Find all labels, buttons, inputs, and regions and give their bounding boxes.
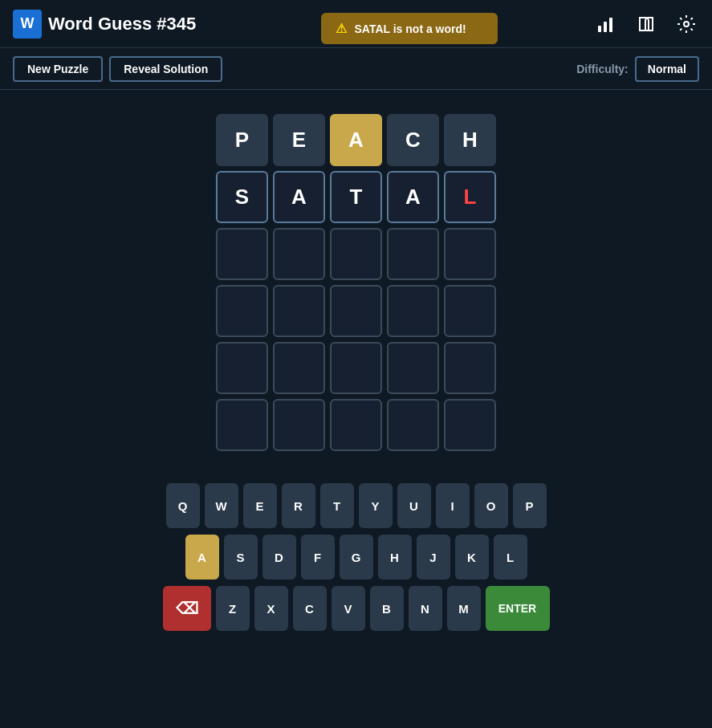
key-j[interactable]: J (417, 535, 450, 580)
key-r[interactable]: R (282, 483, 315, 528)
grid-cell-r3-c2 (330, 285, 382, 337)
grid-cell-r0-c2: A (330, 114, 382, 166)
key-x[interactable]: X (254, 586, 288, 631)
grid-cell-r2-c1 (273, 228, 325, 280)
grid-cell-r3-c4 (444, 285, 496, 337)
key-a[interactable]: A (185, 535, 219, 580)
key-u[interactable]: U (397, 483, 431, 528)
grid-cell-r2-c2 (330, 228, 382, 280)
grid-cell-r4-c1 (273, 342, 325, 394)
grid-cell-r1-c3: A (387, 171, 439, 223)
key-v[interactable]: V (332, 586, 365, 631)
keyboard-row-1: QWERTYUIOP (166, 483, 547, 528)
gear-icon (677, 14, 696, 34)
key-i[interactable]: I (436, 483, 470, 528)
key-h[interactable]: H (378, 535, 412, 580)
keyboard: QWERTYUIOPASDFGHJKL⌫ZXCVBNMEnter (0, 483, 712, 631)
difficulty-label: Difficulty: (576, 63, 629, 75)
stats-icon (596, 14, 616, 34)
grid-cell-r3-c0 (216, 285, 268, 337)
page-title: Word Guess #345 (48, 14, 196, 35)
grid-cell-r5-c0 (216, 399, 268, 451)
grid-cell-r2-c4 (444, 228, 496, 280)
book-icon (637, 14, 656, 34)
key-k[interactable]: K (455, 535, 489, 580)
header: W Word Guess #345 ⚠ SATAL is not a word! (0, 0, 712, 48)
key-o[interactable]: O (474, 483, 508, 528)
grid-cell-r4-c2 (330, 342, 382, 394)
settings-button[interactable] (673, 11, 699, 37)
svg-rect-0 (598, 26, 601, 32)
key-g[interactable]: G (340, 535, 373, 580)
key-f[interactable]: F (301, 535, 335, 580)
grid-cell-r5-c3 (387, 399, 439, 451)
grid-cell-r3-c1 (273, 285, 325, 337)
logo-icon: W (13, 10, 42, 39)
key-l[interactable]: L (494, 535, 527, 580)
reveal-solution-button[interactable]: Reveal Solution (109, 56, 222, 82)
key-m[interactable]: M (447, 586, 481, 631)
grid-cell-r4-c4 (444, 342, 496, 394)
keyboard-row-3: ⌫ZXCVBNMEnter (163, 586, 550, 631)
grid-cell-r5-c1 (273, 399, 325, 451)
backspace-icon: ⌫ (176, 599, 198, 618)
key-n[interactable]: N (409, 586, 442, 631)
book-button[interactable] (633, 11, 659, 37)
key-p[interactable]: P (513, 483, 547, 528)
new-puzzle-button[interactable]: New Puzzle (13, 56, 103, 82)
backspace-button[interactable]: ⌫ (163, 586, 211, 631)
toast-notification: ⚠ SATAL is not a word! (321, 13, 498, 44)
key-c[interactable]: C (293, 586, 327, 631)
svg-rect-2 (609, 18, 612, 32)
grid-cell-r4-c3 (387, 342, 439, 394)
key-z[interactable]: Z (216, 586, 250, 631)
grid-cell-r2-c3 (387, 228, 439, 280)
grid-cell-r4-c0 (216, 342, 268, 394)
grid-cell-r1-c2: T (330, 171, 382, 223)
difficulty-section: Difficulty: Normal (576, 56, 699, 82)
grid-cell-r0-c4: H (444, 114, 496, 166)
grid-cell-r5-c2 (330, 399, 382, 451)
header-icons (593, 11, 699, 37)
toolbar: New Puzzle Reveal Solution Difficulty: N… (0, 48, 712, 90)
svg-point-3 (684, 22, 689, 26)
grid-cell-r1-c0: S (216, 171, 268, 223)
stats-button[interactable] (593, 11, 619, 37)
key-e[interactable]: E (243, 483, 277, 528)
game-area: PEACHSATAL QWERTYUIOPASDFGHJKL⌫ZXCVBNMEn… (0, 90, 712, 647)
key-d[interactable]: D (262, 535, 296, 580)
game-grid: PEACHSATAL (216, 114, 496, 451)
grid-cell-r0-c3: C (387, 114, 439, 166)
grid-cell-r0-c1: E (273, 114, 325, 166)
keyboard-row-2: ASDFGHJKL (185, 535, 527, 580)
grid-cell-r3-c3 (387, 285, 439, 337)
key-t[interactable]: T (320, 483, 354, 528)
logo: W Word Guess #345 (13, 10, 196, 39)
key-w[interactable]: W (205, 483, 238, 528)
difficulty-button[interactable]: Normal (635, 56, 699, 82)
key-s[interactable]: S (224, 535, 258, 580)
grid-cell-r1-c4: L (444, 171, 496, 223)
key-y[interactable]: Y (359, 483, 393, 528)
toast-message: SATAL is not a word! (355, 22, 466, 35)
grid-cell-r5-c4 (444, 399, 496, 451)
key-q[interactable]: Q (166, 483, 200, 528)
grid-cell-r2-c0 (216, 228, 268, 280)
grid-cell-r1-c1: A (273, 171, 325, 223)
enter-button[interactable]: Enter (486, 586, 550, 631)
warning-icon: ⚠ (336, 21, 347, 36)
key-b[interactable]: B (370, 586, 404, 631)
svg-rect-1 (604, 22, 607, 32)
grid-cell-r0-c0: P (216, 114, 268, 166)
